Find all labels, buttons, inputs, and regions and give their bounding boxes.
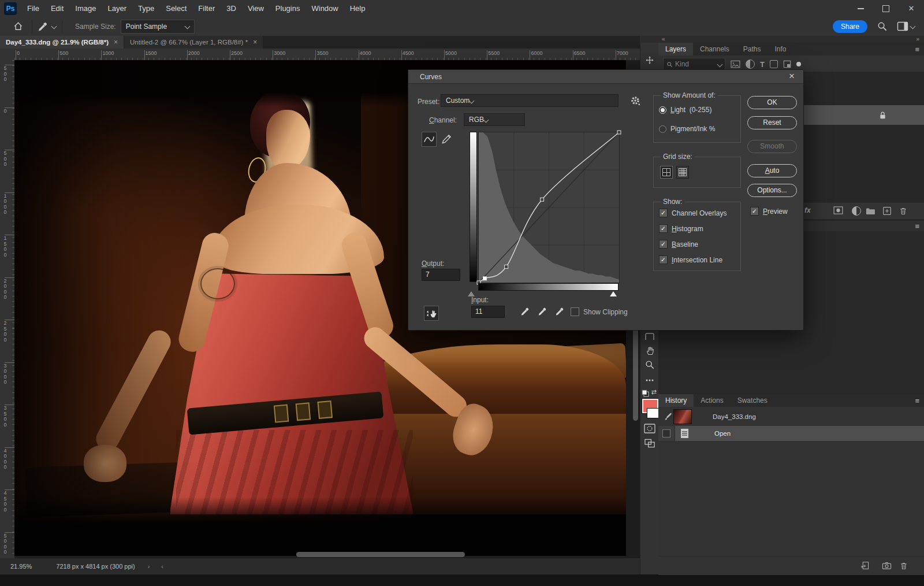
document-tab-untitled-2[interactable]: Untitled-2 @ 66.7% (Layer 1, RGB/8#) * ×: [124, 36, 263, 49]
swap-colors[interactable]: ⇄: [649, 386, 658, 398]
menu-select[interactable]: Select: [160, 0, 192, 17]
preview-checkbox[interactable]: Preview: [750, 207, 788, 216]
menu-3d[interactable]: 3D: [221, 0, 242, 17]
highlight-slider[interactable]: [610, 291, 617, 296]
history-source-checkbox[interactable]: [662, 429, 670, 437]
curves-auto-button[interactable]: Auto: [747, 164, 797, 177]
menu-help[interactable]: Help: [344, 0, 371, 17]
menu-type[interactable]: Type: [132, 0, 160, 17]
delete-layer-trash-icon[interactable]: [899, 206, 908, 216]
input-field[interactable]: 11: [471, 306, 505, 318]
collapse-dock-right-icon[interactable]: »: [916, 36, 919, 42]
new-group-folder-icon[interactable]: [865, 206, 875, 215]
curves-ok-button[interactable]: OK: [747, 96, 797, 109]
quick-mask-toggle[interactable]: [644, 422, 655, 434]
menu-filter[interactable]: Filter: [192, 0, 221, 17]
background-color-swatch[interactable]: [647, 408, 659, 418]
checkbox-baseline[interactable]: Baseline: [659, 240, 698, 249]
curve-point[interactable]: [505, 265, 508, 268]
panel-menu-icon[interactable]: ≡: [915, 394, 919, 407]
curve-pencil-tool-button[interactable]: [439, 132, 454, 147]
curve-point-selected[interactable]: [483, 277, 486, 280]
curve-point-tool-button[interactable]: [422, 132, 437, 147]
vertical-scrollbar[interactable]: [633, 327, 638, 421]
horizontal-scrollbar[interactable]: [296, 552, 465, 557]
black-point-eyedropper-icon[interactable]: [520, 306, 530, 317]
share-button[interactable]: Share: [833, 20, 867, 33]
layers-tab-layers[interactable]: Layers: [658, 43, 693, 55]
collapse-dock-left-icon[interactable]: «: [662, 36, 665, 42]
menu-image[interactable]: Image: [69, 0, 102, 17]
default-colors[interactable]: [641, 387, 649, 399]
radio-pigment-ink[interactable]: Pigment/Ink %: [659, 125, 715, 133]
checkbox-intersection-line[interactable]: Intersection Line: [659, 255, 722, 264]
gray-point-eyedropper-icon[interactable]: [537, 306, 547, 317]
preset-options-gear-icon[interactable]: [630, 95, 640, 106]
move-tool[interactable]: [644, 55, 655, 66]
document-tab-day4-333[interactable]: Day4_333.dng @ 21.9% (RGB/8*) ×: [0, 36, 124, 49]
home-icon[interactable]: [13, 21, 24, 32]
grid-size-tenth-button[interactable]: [676, 166, 689, 179]
menu-window[interactable]: Window: [305, 0, 344, 17]
layer-filter-kind-dropdown[interactable]: Kind: [663, 58, 725, 71]
sample-size-dropdown[interactable]: Point Sample: [121, 20, 195, 34]
history-tab-history[interactable]: History: [658, 394, 694, 407]
layers-tab-paths[interactable]: Paths: [736, 43, 768, 55]
layer-effects-fx-icon[interactable]: fx: [804, 206, 811, 214]
menu-layer[interactable]: Layer: [102, 0, 133, 17]
status-chevron-right-icon[interactable]: ›: [148, 563, 150, 570]
show-clipping-checkbox[interactable]: Show Clipping: [571, 307, 628, 316]
filter-pixel-layers-icon[interactable]: [731, 60, 740, 69]
curves-reset-button[interactable]: Reset: [747, 116, 797, 129]
checkbox-histogram[interactable]: Histogram: [659, 224, 703, 233]
tab-close-icon[interactable]: ×: [253, 38, 257, 46]
filter-shape-layers-icon[interactable]: [770, 60, 778, 68]
history-tab-actions[interactable]: Actions: [694, 394, 730, 407]
layers-tab-channels[interactable]: Channels: [693, 43, 736, 55]
close-button[interactable]: ✕: [899, 0, 924, 17]
search-icon[interactable]: [877, 21, 888, 32]
history-tab-swatches[interactable]: Swatches: [731, 394, 774, 407]
edit-toolbar-ellipsis[interactable]: [644, 374, 655, 386]
curve-point[interactable]: [541, 198, 544, 201]
workspace-layout-icon[interactable]: [897, 21, 915, 31]
history-snapshot-row[interactable]: Day4_333.dng: [658, 408, 924, 425]
zoom-level[interactable]: 21.95%: [10, 563, 32, 570]
panel-menu-icon[interactable]: ≡: [915, 43, 919, 55]
menu-view[interactable]: View: [242, 0, 270, 17]
curves-dialog-titlebar[interactable]: Curves: [408, 70, 803, 84]
dialog-close-icon[interactable]: ×: [786, 71, 798, 82]
white-point-eyedropper-icon[interactable]: [554, 306, 565, 317]
history-brush-source-icon[interactable]: [663, 412, 672, 421]
delete-state-trash-icon[interactable]: [899, 561, 908, 570]
curves-plot[interactable]: [478, 132, 620, 283]
checkbox-channel-overlays[interactable]: Channel Overlays: [659, 209, 726, 217]
output-field[interactable]: 7: [422, 269, 460, 281]
eyedropper-tool-icon[interactable]: [37, 21, 49, 32]
targeted-adjustment-tool-button[interactable]: [424, 306, 439, 321]
menu-plugins[interactable]: Plugins: [270, 0, 306, 17]
radio-light-0-255[interactable]: Light (0-255): [659, 106, 711, 114]
panel-menu-icon[interactable]: ≡: [915, 222, 919, 231]
tool-preset-chevron-icon[interactable]: [51, 24, 57, 29]
add-layer-mask-icon[interactable]: [833, 206, 843, 214]
filter-type-layers-icon[interactable]: T: [760, 60, 765, 69]
grid-size-quarter-button[interactable]: [660, 166, 673, 179]
minimize-button[interactable]: [848, 0, 873, 17]
new-adjustment-layer-icon[interactable]: [852, 206, 861, 216]
history-source-well[interactable]: [658, 426, 675, 441]
menu-edit[interactable]: Edit: [45, 0, 69, 17]
filter-adjustment-layers-icon[interactable]: [746, 60, 755, 69]
filter-smart-objects-icon[interactable]: [783, 60, 791, 68]
channel-dropdown[interactable]: RGB: [464, 113, 525, 126]
curves-options-button[interactable]: Options...: [747, 184, 797, 197]
maximize-button[interactable]: [873, 0, 899, 17]
zoom-tool[interactable]: [644, 359, 655, 370]
tab-close-icon[interactable]: ×: [114, 38, 118, 46]
new-layer-icon[interactable]: [882, 206, 892, 216]
layers-tab-info[interactable]: Info: [767, 43, 793, 55]
partially-hidden-tool[interactable]: [644, 331, 655, 342]
screen-mode-toggle[interactable]: [644, 437, 655, 449]
filter-toggle-icon[interactable]: [796, 62, 801, 66]
hand-tool[interactable]: [644, 344, 655, 356]
